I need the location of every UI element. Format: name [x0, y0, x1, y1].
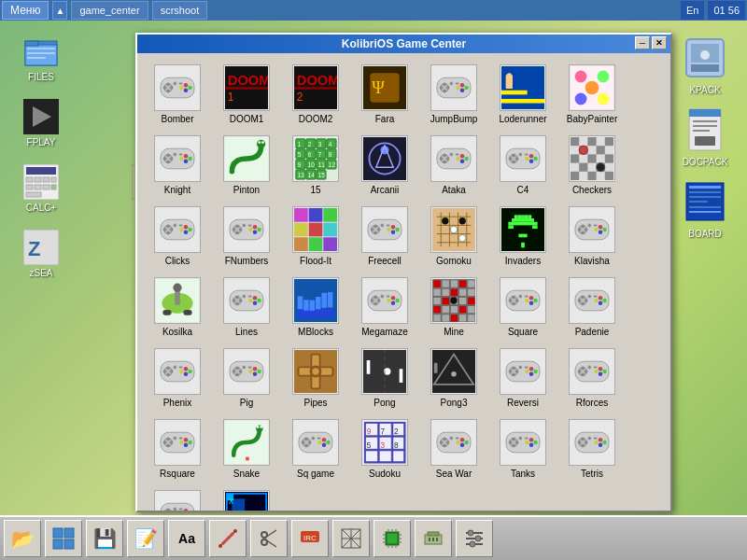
game-item-fnumbers[interactable]: FNumbers	[214, 203, 279, 270]
game-item-snake[interactable]: Snake	[214, 415, 279, 483]
bottom-note-icon[interactable]: 📝	[127, 520, 164, 557]
game-item-doom2[interactable]: DOOM 2 DOOM2	[283, 61, 348, 128]
bottom-save-icon[interactable]: 💾	[86, 520, 123, 557]
game-item-pong[interactable]: Pong	[352, 344, 417, 412]
bottom-folder-icon[interactable]: 📂	[4, 520, 41, 557]
svg-point-187	[188, 228, 192, 232]
game-label-ataka: Ataka	[423, 185, 485, 195]
game-item-rforces[interactable]: Rforces	[559, 344, 625, 412]
svg-point-485	[464, 441, 469, 445]
bottom-tools-icon[interactable]	[209, 520, 247, 557]
language-indicator[interactable]: En	[681, 1, 704, 20]
game-label-pinton: Pinton	[216, 185, 277, 195]
desktop-icon-kpack[interactable]: KPACK	[668, 33, 742, 95]
close-button[interactable]: ✕	[652, 36, 667, 49]
bottom-scissors-icon[interactable]	[250, 520, 288, 557]
svg-point-182	[166, 225, 170, 229]
game-item-loderunner[interactable]: Loderunner	[490, 61, 556, 128]
game-item-bomber[interactable]: Bomber	[145, 61, 210, 128]
menu-button[interactable]: Меню	[2, 1, 49, 20]
game-item-arcanii[interactable]: Arcanii	[352, 132, 417, 199]
game-item-mine[interactable]: Mine	[421, 273, 486, 341]
game-item-fara[interactable]: Ψ Fara	[352, 61, 417, 128]
taskbar-right-area: En 01 56	[679, 0, 747, 21]
game-item-checkers[interactable]: Checkers	[559, 132, 625, 199]
svg-point-368	[184, 371, 189, 376]
svg-point-353	[599, 296, 603, 301]
svg-point-380	[257, 370, 261, 374]
desktop-icon-files[interactable]: FILES	[11, 33, 71, 82]
svg-point-579	[470, 541, 475, 547]
svg-rect-15	[35, 185, 41, 189]
svg-point-369	[179, 370, 184, 374]
game-item-xonix[interactable]: X Xonix	[214, 486, 279, 511]
game-item-whowtbam[interactable]: Whowtbam	[145, 486, 210, 511]
desktop-icon-zsea[interactable]: Z zSEA	[11, 229, 71, 278]
taskbar-game-center[interactable]: game_center	[71, 1, 148, 20]
svg-point-300	[391, 296, 396, 301]
game-item-rsquare[interactable]: Rsquare	[145, 415, 210, 483]
game-item-freecell[interactable]: Freecell	[352, 203, 417, 270]
game-item-flood-it[interactable]: Flood-It	[283, 203, 348, 270]
game-item-tetris[interactable]: Tetris	[559, 415, 625, 483]
game-item-lines[interactable]: Lines	[214, 273, 279, 341]
desktop-icon-fplay[interactable]: FPLAY	[11, 98, 71, 147]
game-item-pinton[interactable]: Pinton	[214, 132, 279, 199]
taskbar-up-arrow[interactable]: ▲	[52, 1, 67, 20]
game-item-seawar[interactable]: Sea War	[421, 415, 486, 483]
svg-rect-12	[43, 177, 49, 182]
game-item-phenix[interactable]: Phenix	[145, 344, 210, 412]
game-item-padenie[interactable]: Padenie	[559, 273, 625, 341]
game-item-ataka[interactable]: Ataka	[421, 132, 486, 199]
game-item-knight[interactable]: Knight	[145, 132, 210, 199]
taskbar-scrshoot[interactable]: scrshoot	[152, 1, 208, 20]
minimize-button[interactable]: ─	[635, 36, 650, 49]
bottom-grid-icon[interactable]	[45, 520, 82, 557]
game-item-clicks[interactable]: Clicks	[145, 203, 210, 270]
game-item-megamaze[interactable]: Megamaze	[352, 273, 417, 341]
svg-rect-33	[689, 186, 721, 189]
svg-point-101	[257, 140, 265, 148]
game-item-reversi[interactable]: Reversi	[490, 344, 556, 412]
game-item-pig[interactable]: Pig	[214, 344, 279, 412]
svg-rect-251	[532, 225, 538, 229]
game-item-tanks[interactable]: Tanks	[490, 415, 556, 483]
game-icon-pong3	[430, 348, 477, 395]
game-item-kosilka[interactable]: Kosilka	[145, 273, 210, 341]
game-item-c4[interactable]: C4	[490, 132, 556, 199]
game-item-sqgame[interactable]: Sq game	[283, 415, 348, 483]
game-item-mblocks[interactable]: MBlocks	[283, 273, 348, 341]
svg-rect-37	[689, 206, 721, 208]
bottom-chip-icon[interactable]	[374, 520, 411, 557]
game-item-invaders[interactable]: Invaders	[490, 203, 556, 270]
desktop-icon-board[interactable]: BOARD	[668, 176, 742, 239]
svg-point-442	[260, 426, 262, 428]
game-item-jumpbump[interactable]: JumpBump	[421, 61, 486, 128]
svg-point-158	[533, 157, 538, 161]
game-item-sudoku[interactable]: 9 7 2 5 3 8 Sudoku	[352, 415, 417, 483]
desktop-icon-calc[interactable]: CALC+	[11, 163, 71, 213]
game-item-pipes[interactable]: Pipes	[283, 344, 348, 412]
svg-rect-318	[433, 297, 441, 304]
game-item-doom1[interactable]: DOOM 1 DOOM1	[214, 61, 279, 128]
fplay-icon	[22, 98, 60, 135]
game-item-klavisha[interactable]: Klavisha	[559, 203, 625, 270]
game-icon-jumpbump	[430, 64, 477, 111]
game-item-gomoku[interactable]: Gomoku	[421, 203, 486, 270]
game-item-pong3[interactable]: Pong3	[421, 344, 486, 412]
bottom-network-icon[interactable]	[332, 520, 370, 557]
kpack-icon	[680, 33, 730, 83]
svg-point-239	[450, 226, 457, 232]
bottom-ethernet-icon[interactable]	[415, 520, 452, 557]
game-icon-bomber	[154, 64, 201, 111]
bottom-sliders-icon[interactable]	[456, 520, 493, 557]
bottom-font-icon[interactable]: Aa	[168, 520, 205, 557]
game-item-square[interactable]: Square	[490, 273, 556, 341]
svg-rect-265	[588, 224, 590, 228]
game-item-15[interactable]: 1 2 3 4 5 6 7 8 9 10 11 12 13 14 15 15	[283, 132, 348, 199]
bottom-chat-icon[interactable]: IRC	[291, 520, 329, 557]
svg-rect-215	[323, 237, 337, 251]
game-item-babypainter[interactable]: BabyPainter	[559, 61, 625, 128]
svg-rect-315	[450, 288, 458, 296]
desktop-icon-docpack[interactable]: DOCPACK	[668, 105, 742, 167]
